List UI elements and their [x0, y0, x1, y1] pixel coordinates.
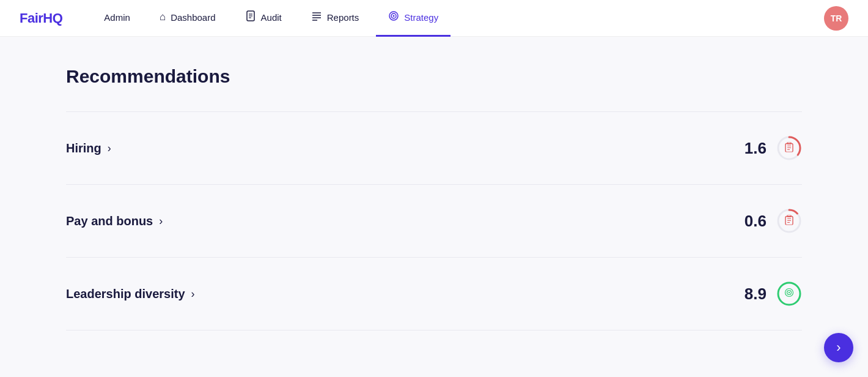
nav-audit-label: Audit [261, 12, 282, 23]
rec-hiring-right: 1.6 [745, 135, 802, 161]
nav-admin[interactable]: Admin [92, 0, 142, 37]
rec-leadership-text: Leadership diversity [66, 287, 185, 301]
rec-pay-right: 0.6 [745, 208, 802, 234]
rec-hiring-score: 1.6 [745, 139, 767, 158]
nav-strategy[interactable]: Strategy [376, 0, 451, 37]
navigation: FairHQ Admin ⌂ Dashboard Audit [0, 0, 868, 37]
rec-pay-indicator [776, 208, 802, 234]
svg-point-28 [789, 292, 790, 293]
svg-point-10 [393, 15, 395, 17]
hiring-indicator-icon [785, 143, 793, 154]
nav-reports[interactable]: Reports [299, 0, 372, 37]
rec-leadership-label: Leadership diversity › [66, 287, 195, 301]
nav-dashboard[interactable]: ⌂ Dashboard [147, 0, 228, 37]
nav-links: Admin ⌂ Dashboard Audit [92, 0, 824, 37]
rec-hiring-label: Hiring › [66, 141, 111, 155]
nav-strategy-label: Strategy [404, 12, 438, 23]
chevron-right-icon: › [191, 288, 195, 300]
rec-pay-label: Pay and bonus › [66, 214, 163, 228]
leadership-indicator-icon [784, 288, 794, 300]
floating-action-icon: › [836, 341, 840, 354]
main-content: Recommendations Hiring › 1.6 [0, 37, 868, 360]
logo[interactable]: FairHQ [20, 10, 62, 26]
rec-hiring-indicator [776, 135, 802, 161]
list-item[interactable]: Leadership diversity › 8.9 [66, 258, 802, 330]
rec-pay-text: Pay and bonus [66, 214, 153, 228]
reports-icon [311, 10, 322, 24]
chevron-right-icon: › [108, 142, 111, 155]
nav-admin-label: Admin [104, 12, 130, 23]
recommendations-list: Hiring › 1.6 [66, 111, 802, 330]
nav-reports-label: Reports [327, 12, 359, 23]
nav-dashboard-label: Dashboard [171, 12, 215, 23]
nav-audit[interactable]: Audit [233, 0, 294, 37]
rec-leadership-score: 8.9 [745, 285, 767, 304]
rec-pay-score: 0.6 [745, 212, 767, 231]
floating-action-button[interactable]: › [824, 333, 853, 362]
chevron-right-icon: › [159, 215, 163, 228]
avatar[interactable]: TR [824, 6, 848, 31]
page-title: Recommendations [66, 66, 802, 87]
rec-leadership-right: 8.9 [745, 281, 802, 307]
strategy-icon [388, 10, 399, 24]
list-item[interactable]: Hiring › 1.6 [66, 111, 802, 185]
list-item[interactable]: Pay and bonus › 0.6 [66, 185, 802, 258]
rec-leadership-indicator [776, 281, 802, 307]
home-icon: ⌂ [160, 11, 166, 23]
audit-icon [245, 10, 256, 24]
pay-indicator-icon [785, 215, 793, 227]
rec-hiring-text: Hiring [66, 141, 101, 155]
